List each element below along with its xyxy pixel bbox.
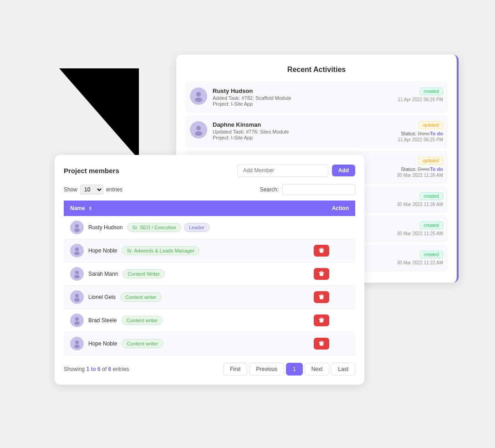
activity-meta: created 30 Mar 2022 11:26 AM xyxy=(388,192,443,207)
table-row: Brad Steele Content writer xyxy=(64,309,355,332)
action-column-header: Action xyxy=(307,201,355,216)
member-name-cell: Lionel Geis Content writer xyxy=(64,286,307,309)
members-header: Project members Add xyxy=(64,164,355,177)
delete-button[interactable] xyxy=(314,268,329,280)
status-change: Status: DoneTo do xyxy=(401,131,443,136)
member-name: Hope Noble xyxy=(88,247,117,254)
svg-rect-18 xyxy=(319,295,324,296)
table-row: Sarah Mann Content Writer xyxy=(64,263,355,286)
add-member-form: Add xyxy=(237,164,355,177)
member-name: Rusty Hudson xyxy=(88,224,122,231)
svg-rect-22 xyxy=(319,319,324,319)
last-page-button[interactable]: Last xyxy=(331,363,355,376)
svg-point-2 xyxy=(196,126,201,130)
showing-range: 1 to 6 xyxy=(86,366,100,372)
svg-point-6 xyxy=(75,224,79,228)
showing-text: Showing 1 to 6 of 6 entries xyxy=(64,366,129,372)
table-header-row: Name ⇕ Action xyxy=(64,201,355,216)
svg-point-8 xyxy=(75,247,79,251)
svg-point-20 xyxy=(75,317,79,321)
svg-rect-15 xyxy=(321,271,323,272)
action-cell xyxy=(307,286,355,309)
svg-rect-27 xyxy=(321,341,323,342)
status-badge: created xyxy=(420,88,443,95)
avatar xyxy=(70,244,84,257)
svg-point-1 xyxy=(195,98,202,102)
svg-point-9 xyxy=(74,252,80,255)
svg-point-21 xyxy=(74,321,80,325)
pagination: First Previous 1 Next Last xyxy=(223,363,355,376)
svg-rect-14 xyxy=(319,272,324,273)
activity-content: Daphne Kinsman Updated Task: #776: Sites… xyxy=(213,121,388,140)
table-footer: Showing 1 to 6 of 6 entries First Previo… xyxy=(64,363,355,376)
svg-rect-19 xyxy=(321,294,323,295)
status-badge: updated xyxy=(418,157,443,165)
member-name: Hope Noble xyxy=(88,340,117,347)
sort-icon[interactable]: ⇕ xyxy=(88,206,92,211)
showing-total: 6 xyxy=(108,366,111,372)
search-input[interactable] xyxy=(282,184,355,195)
members-table: Name ⇕ Action Rusty Hudson xyxy=(64,201,355,355)
members-panel: Project members Add Show 10 25 50 100 en… xyxy=(55,155,364,385)
avatar xyxy=(70,221,84,234)
members-title: Project members xyxy=(64,167,119,175)
avatar xyxy=(190,121,207,139)
svg-rect-23 xyxy=(321,318,323,319)
current-page-button[interactable]: 1 xyxy=(286,363,303,376)
member-name-cell: Sarah Mann Content Writer xyxy=(64,263,307,286)
add-member-input[interactable] xyxy=(237,164,328,177)
status-label: Status: xyxy=(401,131,418,136)
table-row: Lionel Geis Content writer xyxy=(64,286,355,309)
member-name-cell: Rusty Hudson Sr. SEO / Executive Leader xyxy=(64,216,307,239)
avatar xyxy=(70,337,84,350)
svg-rect-10 xyxy=(319,249,324,250)
delete-button[interactable] xyxy=(314,291,329,303)
first-page-button[interactable]: First xyxy=(223,363,247,376)
status-badge: created xyxy=(420,221,443,229)
action-cell xyxy=(307,332,355,355)
status-badge: updated xyxy=(418,121,443,129)
activity-project: Project: I-Site App xyxy=(213,101,388,107)
activity-desc: Added Task: #782: Scaffold Module xyxy=(213,95,388,101)
svg-point-24 xyxy=(75,340,79,344)
status-from: Done xyxy=(418,131,430,136)
activities-title: Recent Activities xyxy=(185,66,448,74)
previous-page-button[interactable]: Previous xyxy=(249,363,284,376)
status-to: To do xyxy=(430,166,443,172)
svg-point-7 xyxy=(74,228,80,232)
action-cell xyxy=(307,309,355,332)
show-entries: Show 10 25 50 100 entries xyxy=(64,185,122,195)
avatar xyxy=(190,88,207,105)
add-member-button[interactable]: Add xyxy=(332,165,355,176)
member-name-cell: Hope Noble Sr. Adwords & Leads Manager xyxy=(64,239,307,263)
action-cell xyxy=(307,239,355,263)
activity-meta: created 30 Mar 2022 11:25 AM xyxy=(388,221,443,236)
activity-time: 11 Apr 2022 06:26 PM xyxy=(398,97,443,102)
svg-rect-26 xyxy=(319,342,324,343)
svg-point-13 xyxy=(74,275,80,278)
member-name-cell: Hope Noble Content writer xyxy=(64,332,307,355)
activity-time: 30 Mar 2022 11:26 AM xyxy=(397,173,443,178)
status-from: Done xyxy=(418,166,430,172)
role-badge: Content Writer xyxy=(122,269,165,278)
role-badge: Content writer xyxy=(122,339,163,348)
table-row: Hope Noble Sr. Adwords & Leads Manager xyxy=(64,239,355,263)
activity-desc: Updated Task: #776: Sites Module xyxy=(213,129,388,134)
activity-meta: created 11 Apr 2022 06:26 PM xyxy=(388,88,443,102)
avatar xyxy=(70,314,84,327)
delete-button[interactable] xyxy=(314,338,329,350)
show-label: Show xyxy=(64,186,77,193)
member-name: Sarah Mann xyxy=(88,271,118,277)
search-label: Search: xyxy=(260,186,279,193)
activity-meta: created 30 Mar 2022 11:22 AM xyxy=(388,251,443,265)
entries-select[interactable]: 10 25 50 100 xyxy=(80,185,103,195)
delete-button[interactable] xyxy=(314,245,329,257)
next-page-button[interactable]: Next xyxy=(305,363,330,376)
status-badge: created xyxy=(420,251,443,258)
status-change: Status: DoneTo do xyxy=(401,166,443,172)
decoration-triangle xyxy=(59,68,139,160)
avatar xyxy=(70,290,84,304)
activity-time: 11 Apr 2022 06:25 PM xyxy=(398,137,443,142)
table-row: Hope Noble Content writer xyxy=(64,332,355,355)
delete-button[interactable] xyxy=(314,314,329,326)
